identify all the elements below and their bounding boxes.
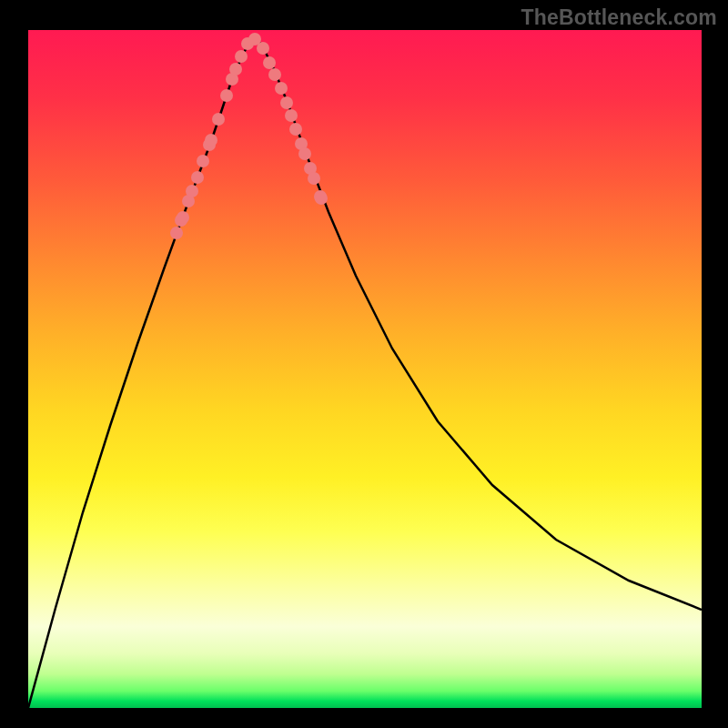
curve-dots (170, 33, 328, 239)
dot (177, 211, 189, 224)
dot (205, 134, 217, 147)
dot (308, 172, 320, 185)
dot (298, 147, 311, 160)
dot (170, 227, 183, 239)
dot (314, 190, 327, 203)
dot (203, 138, 216, 151)
dot (175, 214, 187, 227)
dot (280, 96, 293, 109)
dot (257, 42, 269, 55)
dot (186, 185, 198, 197)
dot (229, 63, 242, 76)
dot (197, 155, 209, 167)
dot (241, 37, 254, 50)
dot (315, 192, 328, 205)
dot (304, 162, 317, 175)
dot (235, 50, 248, 63)
dot (220, 89, 233, 102)
plot-area (28, 30, 702, 708)
dot (248, 33, 261, 46)
dot (263, 56, 276, 69)
dot (295, 137, 308, 150)
dot (182, 195, 195, 207)
curve-svg (28, 30, 702, 708)
chart-container: TheBottleneck.com (0, 0, 728, 728)
dot (212, 113, 225, 126)
bottleneck-curve (28, 39, 702, 708)
dot (191, 171, 204, 184)
dot (226, 73, 238, 86)
dot (275, 82, 288, 95)
watermark-text: TheBottleneck.com (521, 5, 717, 30)
dot (285, 109, 298, 122)
dot (268, 68, 281, 81)
dot (289, 123, 302, 136)
